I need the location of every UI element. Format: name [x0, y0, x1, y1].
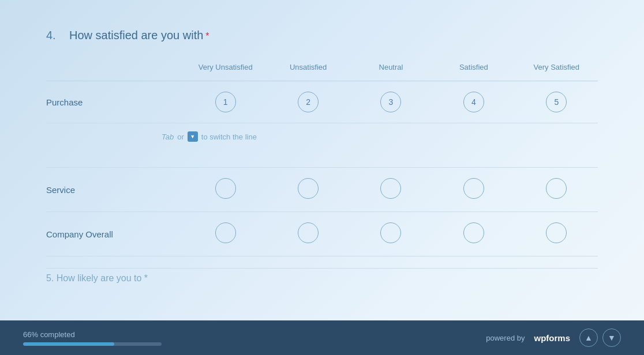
radio-circle[interactable]: 5 [546, 92, 567, 112]
radio-purchase-3[interactable]: 3 [350, 81, 432, 123]
footer: 66% completed powered by wpforms ▲ ▼ [0, 320, 644, 355]
header-very-unsatisfied: Very Unsatisfied [184, 58, 267, 81]
radio-company-2[interactable] [267, 212, 349, 256]
row-label-purchase: Purchase [46, 81, 184, 123]
radio-purchase-5[interactable]: 5 [515, 81, 598, 123]
next-question-hint: 5. How likely are you to * [46, 268, 598, 287]
progress-bar-fill [23, 342, 114, 346]
radio-service-3[interactable] [350, 168, 432, 212]
required-star: * [205, 31, 209, 41]
header-row-label [46, 58, 184, 81]
radio-circle[interactable]: 1 [215, 92, 236, 112]
radio-circle[interactable] [463, 222, 484, 243]
radio-service-4[interactable] [432, 168, 515, 212]
question-number: 4. [46, 29, 60, 42]
radio-company-1[interactable] [184, 212, 267, 256]
radio-circle[interactable]: 4 [463, 92, 484, 112]
rating-table: Very Unsatisfied Unsatisfied Neutral Sat… [46, 58, 598, 256]
down-arrow-icon [188, 131, 198, 142]
radio-circle[interactable] [463, 178, 484, 199]
question-title-container: How satisfied are you with* [69, 29, 209, 42]
wpforms-brand: wpforms [534, 333, 570, 343]
radio-purchase-4[interactable]: 4 [432, 81, 515, 123]
tab-hint-row: Tab or to switch the line [46, 123, 598, 156]
radio-service-5[interactable] [515, 168, 598, 212]
chevron-down-icon: ▼ [608, 333, 616, 342]
radio-circle[interactable] [215, 178, 236, 199]
powered-by-label: powered by [486, 334, 525, 342]
radio-circle[interactable] [298, 222, 319, 243]
header-row: Very Unsatisfied Unsatisfied Neutral Sat… [46, 58, 598, 81]
radio-purchase-2[interactable]: 2 [267, 81, 349, 123]
tab-hint: Tab or to switch the line [46, 131, 598, 142]
radio-circle[interactable] [380, 222, 401, 243]
nav-up-button[interactable]: ▲ [579, 328, 598, 347]
radio-service-2[interactable] [267, 168, 349, 212]
header-neutral: Neutral [350, 58, 432, 81]
header-very-satisfied: Very Satisfied [515, 58, 598, 81]
radio-circle[interactable]: 2 [298, 92, 319, 112]
question-title: How satisfied are you with [69, 29, 203, 41]
radio-circle[interactable] [298, 178, 319, 199]
radio-purchase-1[interactable]: 1 [184, 81, 267, 123]
radio-service-1[interactable] [184, 168, 267, 212]
tab-hint-or: or [177, 133, 184, 141]
main-content: 4. How satisfied are you with* Very Unsa… [0, 0, 644, 320]
radio-company-5[interactable] [515, 212, 598, 256]
row-label-service: Service [46, 168, 184, 212]
header-satisfied: Satisfied [432, 58, 515, 81]
progress-label: 66% completed [23, 330, 162, 339]
table-row: Service [46, 168, 598, 212]
powered-by: powered by wpforms ▲ ▼ [486, 328, 621, 347]
tab-key-label: Tab [162, 133, 174, 141]
radio-company-3[interactable] [350, 212, 432, 256]
spacer-row [46, 156, 598, 168]
radio-circle[interactable] [546, 222, 567, 243]
row-label-company: Company Overall [46, 212, 184, 256]
progress-section: 66% completed [23, 330, 162, 346]
progress-bar-container [23, 342, 162, 346]
radio-company-4[interactable] [432, 212, 515, 256]
radio-circle[interactable] [380, 178, 401, 199]
nav-buttons: ▲ ▼ [579, 328, 621, 347]
header-unsatisfied: Unsatisfied [267, 58, 349, 81]
table-row: Company Overall [46, 212, 598, 256]
question-header: 4. How satisfied are you with* [46, 29, 598, 42]
radio-circle[interactable]: 3 [380, 92, 401, 112]
radio-circle[interactable] [546, 178, 567, 199]
table-row: Purchase 1 2 3 4 5 [46, 81, 598, 123]
radio-circle[interactable] [215, 222, 236, 243]
chevron-up-icon: ▲ [585, 333, 593, 342]
tab-hint-text: to switch the line [201, 133, 257, 141]
nav-down-button[interactable]: ▼ [602, 328, 621, 347]
